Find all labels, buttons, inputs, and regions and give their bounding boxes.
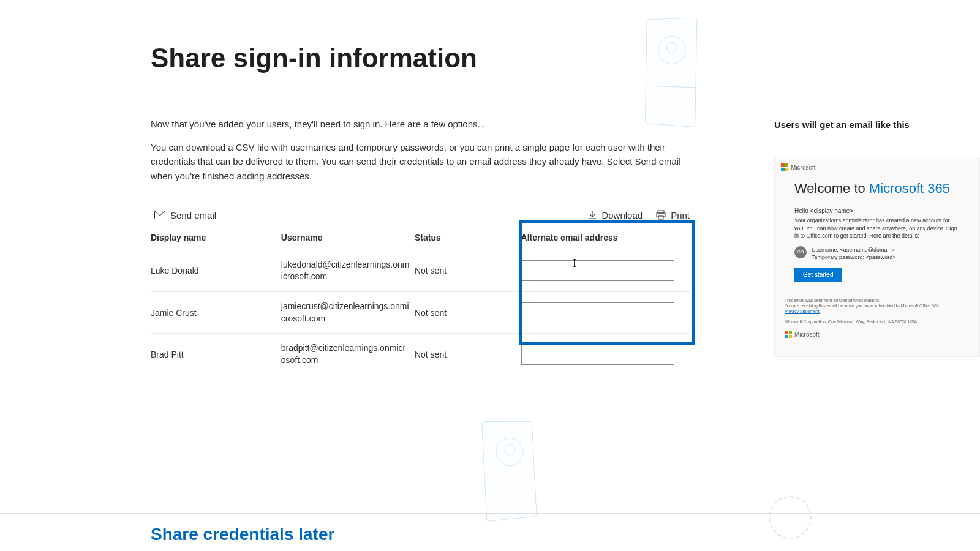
microsoft-logo-icon — [781, 163, 788, 171]
table-row: Luke Donald lukedonald@citizenlearnings.… — [151, 250, 690, 291]
share-credentials-later-link[interactable]: Share credentials later — [151, 525, 334, 544]
preview-heading: Users will get an email like this — [774, 119, 980, 130]
download-button[interactable]: Download — [588, 210, 643, 220]
send-email-label: Send email — [170, 210, 216, 220]
preview-hello: Hello <display name>, — [794, 208, 973, 214]
avatar-icon: SD — [794, 246, 807, 258]
print-label: Print — [671, 210, 690, 220]
mail-icon — [154, 211, 165, 219]
bottom-bar: Share credentials later — [0, 513, 980, 544]
get-started-button[interactable]: Get started — [794, 268, 842, 282]
decorative-card-icon — [645, 17, 697, 127]
table-row: Brad Pitt bradpitt@citizenlearnings.onmi… — [151, 334, 690, 375]
col-display-name: Display name — [151, 225, 281, 250]
microsoft-logo-icon — [785, 331, 792, 338]
col-alt-email: Alternate email address — [513, 225, 690, 250]
description-text: You can download a CSV file with usernam… — [151, 140, 690, 183]
print-button[interactable]: Print — [656, 210, 690, 220]
alt-email-input[interactable] — [521, 344, 674, 365]
col-username: Username — [281, 225, 415, 250]
preview-password: Temporary password: <password> — [812, 253, 896, 261]
cell-display-name: Jamie Crust — [151, 291, 281, 333]
download-icon — [588, 210, 597, 220]
alt-email-input[interactable] — [521, 302, 674, 323]
cell-username: bradpitt@citizenlearnings.onmicrosoft.co… — [281, 334, 415, 375]
svg-rect-1 — [658, 211, 664, 213]
table-row: Jamie Crust jamiecrust@citizenlearnings.… — [151, 291, 690, 333]
alt-email-input[interactable] — [521, 260, 674, 281]
preview-credentials: SD Username: <username@domain> Temporary… — [794, 246, 973, 261]
preview-welcome: Welcome to Microsoft 365 — [794, 181, 973, 197]
preview-footnote: This email was sent from an unmonitored … — [785, 298, 973, 324]
cell-display-name: Luke Donald — [151, 250, 281, 291]
svg-rect-2 — [657, 213, 665, 217]
print-icon — [656, 210, 666, 220]
download-label: Download — [601, 210, 643, 220]
send-email-button[interactable]: Send email — [154, 210, 216, 220]
cell-status: Not sent — [415, 291, 513, 333]
cell-username: lukedonald@citizenlearnings.onmicrosoft.… — [281, 250, 415, 291]
page-title: Share sign-in information — [151, 43, 980, 73]
preview-username: Username: <username@domain> — [812, 246, 896, 254]
toolbar: Send email Download Print — [151, 210, 690, 220]
cell-username: jamiecrust@citizenlearnings.onmicrosoft.… — [281, 291, 415, 333]
preview-brand: Microsoft — [791, 164, 816, 171]
privacy-link[interactable]: Privacy Statement — [785, 309, 820, 313]
cell-status: Not sent — [415, 250, 513, 291]
svg-rect-3 — [658, 216, 663, 219]
users-table: Display name Username Status Alternate e… — [151, 225, 690, 376]
cell-status: Not sent — [415, 334, 513, 375]
decorative-card-icon — [481, 421, 537, 522]
col-status: Status — [415, 225, 513, 250]
preview-body: Your organization's administrator has cr… — [794, 217, 957, 240]
preview-brand-footer: Microsoft — [794, 331, 820, 338]
preview-card: Microsoft Welcome to Microsoft 365 Hello… — [774, 157, 980, 357]
cell-display-name: Brad Pitt — [151, 334, 281, 375]
email-preview-panel: Users will get an email like this Micros… — [774, 119, 980, 357]
intro-text: Now that you've added your users, they'l… — [151, 118, 665, 130]
